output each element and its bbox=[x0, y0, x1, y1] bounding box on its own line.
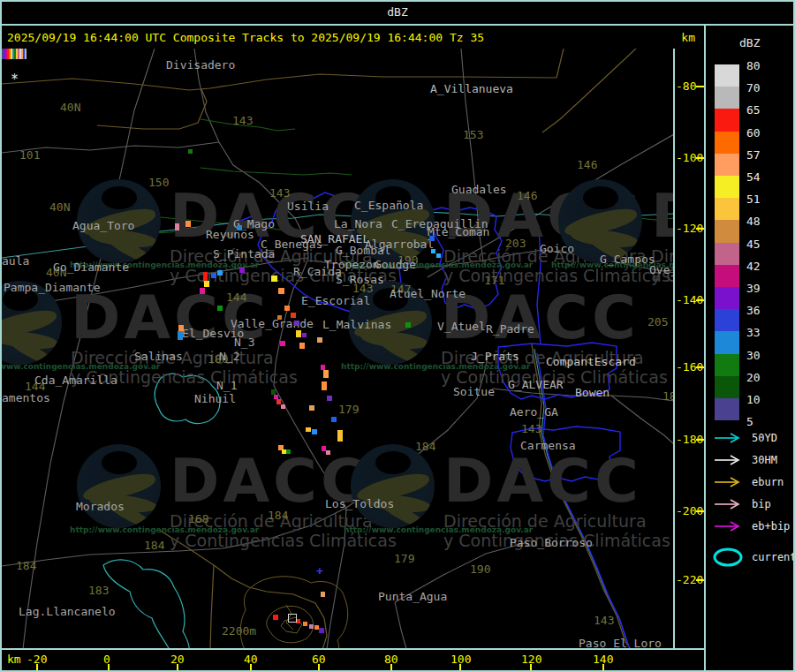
bottom-axis-divider bbox=[0, 648, 704, 650]
radar-echo-cell bbox=[319, 628, 324, 633]
map-place-label: C_Española bbox=[354, 199, 423, 212]
map-road-label: 171 bbox=[484, 274, 504, 287]
dbz-scale-label: 51 bbox=[746, 193, 761, 206]
map-road-label: 146 bbox=[517, 189, 537, 202]
radar-echo-cell bbox=[237, 225, 242, 230]
50YD-track-arrow-icon bbox=[713, 432, 746, 444]
dbz-scale-label: 36 bbox=[746, 304, 761, 317]
bottom-axis-tick bbox=[602, 664, 604, 670]
eagle-eye bbox=[375, 451, 411, 474]
radar-echo-cell bbox=[273, 615, 278, 620]
dbz-scale-band bbox=[715, 376, 739, 398]
map-road-label: 184 bbox=[415, 440, 435, 453]
radar-echo-cell bbox=[217, 306, 223, 311]
contour-lines bbox=[240, 577, 347, 649]
dbz-scale-band bbox=[715, 64, 739, 87]
map-place-label: Los_Toldos bbox=[325, 497, 394, 510]
radar-echo-cell bbox=[286, 449, 291, 454]
dacc-watermark-text: DACC bbox=[651, 186, 674, 246]
radar-echo-cell bbox=[337, 430, 343, 442]
map-road-label: 150 bbox=[148, 176, 169, 189]
track-legend-label: eburn bbox=[752, 476, 784, 488]
title-bar: dBZ bbox=[0, 0, 795, 24]
map-place-label: V_Atuel bbox=[437, 320, 486, 333]
map-road-label: 168 bbox=[188, 512, 208, 525]
radar-echo-cell bbox=[299, 343, 305, 349]
dbz-scale-band bbox=[715, 176, 739, 198]
radar-echo-cell bbox=[331, 417, 337, 422]
radar-echo-cell bbox=[280, 341, 285, 346]
dbz-scale-band bbox=[715, 198, 739, 220]
right-axis-tick bbox=[696, 86, 704, 87]
radar-map[interactable]: DACCDirección de Agriculturay Contingenc… bbox=[2, 49, 674, 649]
radar-echo-cell bbox=[291, 313, 296, 318]
map-road-label: 190 bbox=[470, 563, 490, 576]
eb+bip-track-arrow-icon bbox=[713, 520, 746, 532]
color-chip bbox=[25, 49, 26, 59]
map-road-label: 146 bbox=[577, 158, 597, 171]
bottom-axis-tick bbox=[390, 664, 392, 670]
right-axis-tick bbox=[696, 439, 704, 441]
radar-echo-cell bbox=[431, 249, 435, 253]
map-place-label: Pampa_Diamante bbox=[4, 281, 101, 294]
right-axis-tick bbox=[696, 510, 704, 512]
map-place-label: G_ALVEAR bbox=[508, 378, 564, 391]
radar-echo-cell bbox=[429, 236, 435, 241]
map-place-label: Paso_El_Loro bbox=[579, 637, 662, 649]
map-road-label: 184 bbox=[16, 559, 36, 572]
map-place-label: Carmensa bbox=[520, 439, 576, 452]
dbz-scale-label: 39 bbox=[746, 282, 761, 295]
dacc-watermark-text: DACC bbox=[441, 288, 640, 348]
map-road-label: 143 bbox=[232, 114, 253, 127]
track-legend-row: 50YD bbox=[713, 432, 777, 444]
watermark-url: http://www.contingencias.mendoza.gov.ar bbox=[70, 525, 259, 534]
current-storm-ellipse-icon bbox=[713, 547, 746, 567]
bottom-axis-unit: km bbox=[7, 653, 21, 666]
plus-marker: + bbox=[316, 564, 323, 578]
map-road-label: 184 bbox=[144, 539, 164, 552]
map-place-label: N_3 bbox=[234, 336, 254, 349]
radar-echo-cell bbox=[326, 450, 330, 455]
km-unit-label: km bbox=[681, 31, 695, 44]
map-place-label: Usilia bbox=[287, 200, 329, 213]
radar-echo-cell bbox=[281, 404, 285, 409]
map-road-label: 205 bbox=[647, 315, 668, 328]
map-place-label: S_Pintada bbox=[213, 247, 275, 260]
dbz-scale-label: 20 bbox=[746, 371, 761, 384]
dbz-scale-band bbox=[715, 309, 739, 331]
radar-echo-cell bbox=[317, 337, 322, 343]
corner-color-strip bbox=[2, 49, 26, 59]
radar-echo-cell bbox=[200, 288, 205, 294]
track-legend-label: bip bbox=[752, 498, 771, 510]
map-place-label: Divisadero bbox=[166, 58, 235, 72]
title-divider bbox=[0, 24, 795, 26]
radar-echo-cell bbox=[322, 381, 327, 390]
map-road-label: 144 bbox=[226, 291, 246, 304]
map-place-label: E_Escorial bbox=[301, 294, 370, 307]
dacc-watermark-text: DACC bbox=[443, 451, 642, 511]
radar-echo-cell bbox=[303, 622, 307, 626]
map-place-label: Go_Diamante bbox=[53, 260, 129, 274]
eburn-track-arrow-icon bbox=[713, 476, 746, 488]
page-title: dBZ bbox=[387, 5, 407, 19]
map-road-label: 2200m bbox=[222, 624, 256, 638]
radar-echo-cell bbox=[405, 322, 411, 328]
radar-echo-cell bbox=[309, 624, 314, 629]
track-legend-row: eburn bbox=[713, 476, 784, 488]
dbz-scale-band bbox=[715, 132, 739, 154]
bottom-axis-tick bbox=[177, 664, 178, 670]
radar-echo-cell bbox=[178, 331, 183, 340]
legend-panel: dBZ 807065605754514845423936333020105 50… bbox=[706, 26, 793, 670]
radar-echo-cell bbox=[321, 592, 325, 597]
legend-divider bbox=[704, 26, 706, 670]
bottom-axis-tick bbox=[108, 664, 110, 670]
bottom-axis-tick bbox=[318, 664, 320, 670]
map-road-label: 183 bbox=[88, 584, 109, 597]
radar-echo-cell bbox=[302, 333, 307, 337]
bottom-axis-tick bbox=[530, 664, 532, 670]
map-place-label: amentos bbox=[2, 391, 50, 404]
dbz-scale-label: 54 bbox=[746, 170, 761, 184]
track-legend-row: eb+bip bbox=[713, 520, 790, 532]
bottom-axis-tick bbox=[459, 664, 461, 670]
map-place-label: N_1 bbox=[216, 379, 237, 392]
